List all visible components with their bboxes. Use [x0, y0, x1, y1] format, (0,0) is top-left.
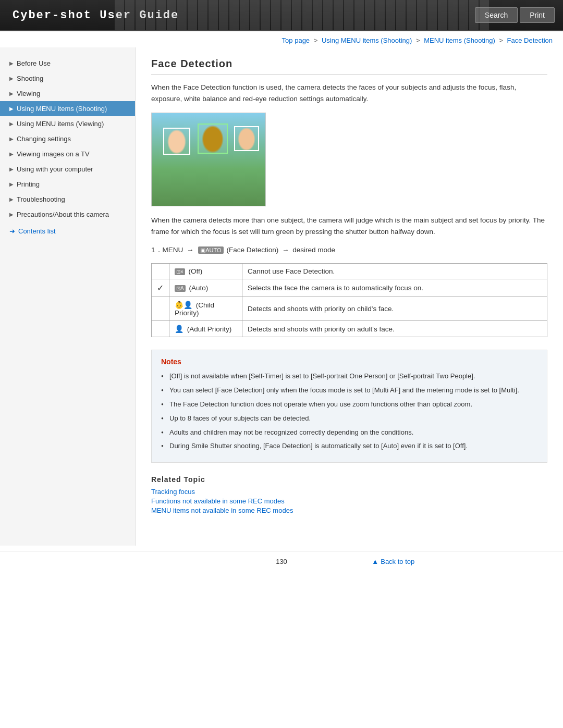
breadcrumb: Top page > Using MENU items (Shooting) >…	[0, 31, 563, 47]
sidebar-label-viewing-tv: Viewing images on a TV	[17, 150, 90, 158]
arrow-icon-shooting: ▶	[9, 76, 14, 81]
sidebar-item-before-use[interactable]: ▶ Before Use	[0, 56, 135, 71]
page-footer: 130 ▲ Back to top	[0, 551, 563, 572]
related-link-2[interactable]: Functions not available in some REC mode…	[151, 497, 547, 505]
sidebar-label-troubleshooting: Troubleshooting	[17, 195, 65, 203]
list-item: [Off] is not available when [Self-Timer]…	[161, 371, 537, 382]
notes-list: [Off] is not available when [Self-Timer]…	[161, 371, 537, 452]
sidebar-item-changing-settings[interactable]: ▶ Changing settings	[0, 131, 135, 146]
related-topic: Related Topic Tracking focus Functions n…	[151, 475, 547, 514]
table-row: 👤 (Adult Priority) Detects and shoots wi…	[152, 321, 547, 337]
arrow-icon-using-menu-shooting: ▶	[9, 106, 14, 112]
face-box-2	[198, 124, 228, 154]
sidebar-label-precautions: Precautions/About this camera	[17, 211, 109, 218]
table-cell-check-1	[152, 264, 169, 279]
face-auto-icon: ⊡A	[175, 285, 186, 292]
list-item: The Face Detection function does not ope…	[161, 399, 537, 410]
list-item: You can select [Face Detection] only whe…	[161, 385, 537, 396]
arrow-icon-before-use: ▶	[9, 60, 14, 66]
sidebar-item-viewing[interactable]: ▶ Viewing	[0, 86, 135, 101]
header: Cyber-shot User Guide Search Print	[0, 0, 563, 31]
back-to-top-arrow-icon: ▲	[372, 558, 378, 565]
table-cell-icon-1: ⊡× (Off)	[169, 264, 242, 279]
sidebar-label-shooting: Shooting	[17, 75, 43, 82]
arrow-icon-using-menu-viewing: ▶	[9, 121, 14, 127]
face-adult-label: (Adult Priority)	[187, 325, 232, 333]
breadcrumb-link-4[interactable]: Face Detection	[507, 36, 553, 44]
sidebar-label-using-menu-viewing: Using MENU items (Viewing)	[17, 120, 104, 128]
face-detection-image	[151, 113, 266, 206]
list-item: Up to 8 faces of your subjects can be de…	[161, 413, 537, 424]
menu-arrow-2: →	[282, 246, 289, 254]
sidebar-label-using-menu-shooting: Using MENU items (Shooting)	[17, 105, 107, 113]
print-button[interactable]: Print	[520, 7, 555, 23]
notes-title: Notes	[161, 357, 537, 366]
page-title: Face Detection	[151, 58, 547, 75]
menu-instruction: 1．MENU → ▣AUTO (Face Detection) → desire…	[151, 245, 547, 255]
face-auto-label: (Auto)	[189, 284, 208, 292]
face-detection-icon: ▣AUTO	[198, 246, 223, 254]
sidebar: ▶ Before Use ▶ Shooting ▶ Viewing ▶ Usin…	[0, 47, 136, 546]
table-cell-check-2: ✓	[152, 279, 169, 297]
arrow-icon-changing-settings: ▶	[9, 136, 14, 142]
back-to-top-link[interactable]: ▲ Back to top	[372, 558, 553, 565]
sidebar-item-viewing-tv[interactable]: ▶ Viewing images on a TV	[0, 146, 135, 162]
arrow-icon-viewing-tv: ▶	[9, 151, 14, 157]
sidebar-item-using-menu-shooting[interactable]: ▶ Using MENU items (Shooting)	[0, 101, 135, 116]
page-number: 130	[191, 558, 372, 565]
breadcrumb-link-1[interactable]: Top page	[282, 36, 310, 44]
intro-text: When the Face Detection function is used…	[151, 82, 547, 104]
contents-list-arrow-icon: ➜	[9, 227, 15, 235]
related-link-3[interactable]: MENU items not available in some REC mod…	[151, 507, 547, 514]
table-cell-check-4	[152, 321, 169, 337]
sidebar-item-shooting[interactable]: ▶ Shooting	[0, 71, 135, 86]
notes-section: Notes [Off] is not available when [Self-…	[151, 350, 547, 463]
contents-list-link[interactable]: ➜ Contents list	[0, 222, 135, 240]
footer-right: ▲ Back to top	[372, 558, 553, 565]
table-cell-desc-3: Detects and shoots with priority on chil…	[242, 297, 547, 321]
arrow-icon-using-computer: ▶	[9, 166, 14, 172]
arrow-icon-printing: ▶	[9, 181, 14, 187]
sidebar-label-viewing: Viewing	[17, 90, 40, 97]
table-cell-check-3	[152, 297, 169, 321]
sidebar-item-using-computer[interactable]: ▶ Using with your computer	[0, 162, 135, 177]
sidebar-label-using-computer: Using with your computer	[17, 165, 93, 173]
related-link-1[interactable]: Tracking focus	[151, 488, 547, 496]
face-child-icon: 👶👤	[175, 301, 192, 309]
menu-arrow-1: →	[187, 246, 194, 254]
header-decoration	[115, 0, 495, 30]
checkmark-icon: ✓	[157, 283, 164, 292]
sidebar-item-using-menu-viewing[interactable]: ▶ Using MENU items (Viewing)	[0, 116, 135, 131]
sidebar-item-printing[interactable]: ▶ Printing	[0, 177, 135, 192]
breadcrumb-sep-2: >	[416, 36, 422, 44]
list-item: Adults and children may not be recognize…	[161, 427, 537, 438]
back-to-top-label: Back to top	[381, 558, 414, 565]
face-off-label: (Off)	[189, 267, 203, 275]
table-cell-icon-3: 👶👤 (Child Priority)	[169, 297, 242, 321]
sidebar-label-printing: Printing	[17, 180, 40, 188]
detection-table: ⊡× (Off) Cannot use Face Detection. ✓ ⊡A…	[151, 263, 547, 337]
breadcrumb-link-2[interactable]: Using MENU items (Shooting)	[322, 36, 412, 44]
breadcrumb-sep-1: >	[314, 36, 320, 44]
arrow-icon-precautions: ▶	[9, 212, 14, 217]
face-adult-icon: 👤	[175, 325, 183, 333]
arrow-icon-troubleshooting: ▶	[9, 196, 14, 202]
table-cell-icon-2: ⊡A (Auto)	[169, 279, 242, 297]
body-text: When the camera detects more than one su…	[151, 215, 547, 237]
sidebar-item-precautions[interactable]: ▶ Precautions/About this camera	[0, 207, 135, 222]
breadcrumb-link-3[interactable]: MENU items (Shooting)	[424, 36, 495, 44]
face-box-3	[234, 126, 259, 151]
face-box-1	[163, 128, 190, 155]
sidebar-label-before-use: Before Use	[17, 59, 51, 67]
table-cell-desc-1: Cannot use Face Detection.	[242, 264, 547, 279]
table-row: ✓ ⊡A (Auto) Selects the face the camera …	[152, 279, 547, 297]
related-topic-title: Related Topic	[151, 475, 547, 484]
sidebar-item-troubleshooting[interactable]: ▶ Troubleshooting	[0, 192, 135, 207]
arrow-icon-viewing: ▶	[9, 91, 14, 96]
table-cell-icon-4: 👤 (Adult Priority)	[169, 321, 242, 337]
list-item: During Smile Shutter shooting, [Face Det…	[161, 441, 537, 452]
face-off-icon: ⊡×	[175, 268, 185, 275]
table-cell-desc-2: Selects the face the camera is to automa…	[242, 279, 547, 297]
main-layout: ▶ Before Use ▶ Shooting ▶ Viewing ▶ Usin…	[0, 47, 563, 546]
contents-list-label: Contents list	[18, 227, 56, 235]
